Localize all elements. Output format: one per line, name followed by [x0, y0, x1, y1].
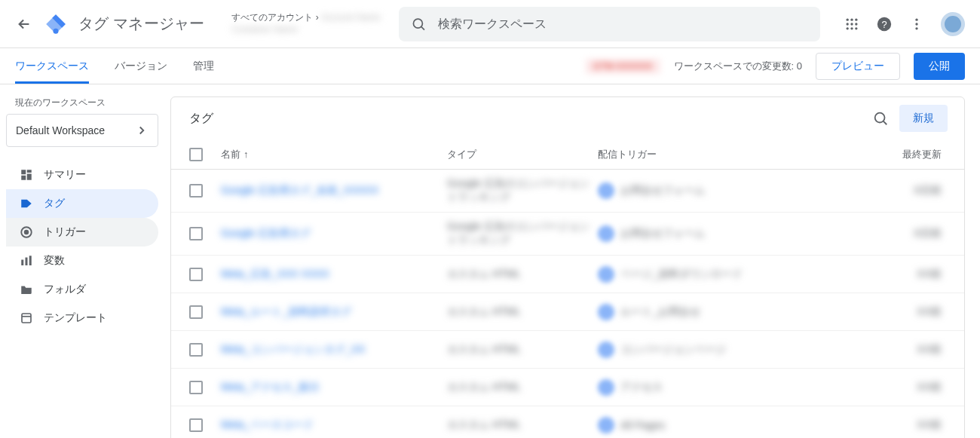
nav-folders[interactable]: フォルダ: [6, 275, 158, 304]
preview-button[interactable]: プレビュー: [816, 53, 900, 80]
svg-rect-20: [27, 174, 32, 180]
help-button[interactable]: ?: [876, 16, 893, 32]
svg-point-12: [855, 27, 857, 29]
svg-point-17: [915, 27, 917, 29]
arrow-left-icon: [16, 16, 32, 32]
row-checkbox[interactable]: [189, 343, 203, 357]
table-row[interactable]: Google 広告用タグ_名前_XXXXXGoogle 広告のコンバージョン ト…: [171, 170, 964, 213]
svg-text:?: ?: [881, 18, 887, 29]
nav-templates[interactable]: テンプレート: [6, 304, 158, 332]
breadcrumb-account: Account Name: [321, 12, 381, 23]
workspace-caption: 現在のワークスペース: [15, 96, 158, 109]
breadcrumb[interactable]: すべてのアカウント › Account Name Container Name: [231, 12, 380, 35]
row-checkbox[interactable]: [189, 227, 203, 240]
nav-label: テンプレート: [44, 311, 107, 325]
trigger-name: コンバージョンページ: [620, 343, 726, 357]
table-row[interactable]: Meta_広告_XXX XXXXカスタム HTMLページ_資料ダウンロードXX前: [171, 256, 964, 293]
tag-type: カスタム HTML: [447, 268, 521, 280]
dashboard-icon: [20, 168, 33, 182]
breadcrumb-prefix: すべてのアカウント ›: [231, 12, 318, 23]
row-checkbox[interactable]: [189, 268, 203, 281]
template-icon: [20, 311, 33, 325]
select-all-checkbox[interactable]: [189, 148, 203, 161]
publish-button[interactable]: 公開: [914, 53, 965, 80]
svg-point-28: [875, 113, 885, 123]
tab-admin[interactable]: 管理: [193, 48, 214, 84]
col-type-header[interactable]: タイプ: [447, 148, 598, 161]
table-row[interactable]: Google 広告用タグGoogle 広告のコンバージョン トラッキングお問合せ…: [171, 213, 964, 256]
svg-rect-21: [21, 176, 26, 180]
svg-rect-25: [26, 258, 28, 266]
row-checkbox[interactable]: [189, 418, 203, 432]
nav-label: タグ: [44, 197, 65, 210]
trigger-icon: [598, 266, 614, 283]
trigger-name: All Pages: [620, 419, 665, 431]
tag-name[interactable]: Google 広告用タグ_名前_XXXXX: [221, 184, 378, 196]
row-checkbox[interactable]: [189, 184, 203, 198]
tag-name[interactable]: Meta_ベースコード: [221, 418, 314, 430]
nav-triggers[interactable]: トリガー: [6, 218, 158, 247]
tag-icon: [20, 197, 33, 210]
tag-type: カスタム HTML: [447, 381, 521, 393]
tag-name[interactable]: Meta_コンバージョンタグ_XX: [221, 343, 365, 355]
more-button[interactable]: [909, 17, 924, 32]
trigger-name: ルート_お問合せ: [620, 305, 700, 319]
updated-date: XX前: [917, 305, 942, 317]
tag-type: カスタム HTML: [447, 343, 521, 355]
tab-version[interactable]: バージョン: [115, 48, 167, 84]
row-checkbox[interactable]: [189, 381, 203, 394]
search-box[interactable]: [399, 7, 820, 41]
trigger-icon: [20, 225, 33, 239]
workspace-selector[interactable]: Default Workspace: [6, 114, 158, 147]
tag-name[interactable]: Meta_ルート_資料請求タグ: [221, 305, 351, 317]
chevron-right-icon: [135, 124, 149, 137]
tag-name[interactable]: Meta_広告_XXX XXXX: [221, 268, 329, 280]
row-checkbox[interactable]: [189, 305, 203, 319]
svg-rect-19: [27, 170, 32, 173]
apps-button[interactable]: [844, 17, 859, 32]
table-row[interactable]: Meta_コンバージョンタグ_XXカスタム HTMLコンバージョンページXX前: [171, 331, 964, 369]
table-row[interactable]: Meta_ベースコードカスタム HTMLAll PagesXX前: [171, 406, 964, 438]
svg-point-5: [850, 18, 853, 20]
tag-name[interactable]: Google 広告用タグ: [221, 227, 311, 239]
col-trigger-header[interactable]: 配信トリガー: [598, 148, 847, 161]
tags-card: タグ 新規 名前↑ タイプ 配信トリガー 最終更新 Google 広告用タグ_名…: [170, 96, 965, 438]
trigger-name: お問合せフォーム: [620, 184, 705, 198]
col-name-header[interactable]: 名前↑: [221, 148, 447, 161]
nav-label: トリガー: [44, 225, 86, 239]
trigger-icon: [598, 304, 614, 320]
nav-summary[interactable]: サマリー: [6, 161, 158, 189]
svg-point-4: [847, 18, 849, 20]
col-updated-header[interactable]: 最終更新: [847, 148, 946, 161]
container-id-badge[interactable]: GTM-XXXXXX: [586, 59, 660, 74]
more-vert-icon: [909, 17, 924, 32]
svg-point-3: [413, 19, 422, 28]
back-button[interactable]: [15, 15, 33, 33]
nav-label: サマリー: [44, 168, 86, 182]
card-search-button[interactable]: [872, 110, 889, 127]
trigger-icon: [598, 342, 614, 358]
svg-point-10: [847, 27, 849, 29]
tab-workspace[interactable]: ワークスペース: [15, 48, 89, 84]
updated-date: XX前: [917, 418, 942, 430]
table-row[interactable]: Meta_アクセス_振分カスタム HTMLアクセスXX前: [171, 369, 964, 406]
breadcrumb-container: Container Name: [231, 24, 380, 36]
search-input[interactable]: [436, 17, 808, 32]
table-row[interactable]: Meta_ルート_資料請求タグカスタム HTMLルート_お問合せXX前: [171, 293, 964, 331]
new-tag-button[interactable]: 新規: [899, 105, 948, 132]
svg-point-16: [915, 23, 917, 25]
nav-variables[interactable]: 変数: [6, 247, 158, 275]
svg-point-6: [855, 18, 857, 20]
card-title: タグ: [189, 111, 213, 127]
svg-rect-26: [29, 256, 32, 265]
product-title: タグ マネージャー: [78, 14, 204, 34]
svg-rect-27: [22, 314, 31, 323]
tag-name[interactable]: Meta_アクセス_振分: [221, 381, 320, 393]
apps-icon: [844, 17, 859, 32]
top-bar: タグ マネージャー すべてのアカウント › Account Name Conta…: [0, 0, 980, 48]
updated-date: X日前: [914, 227, 942, 239]
account-avatar[interactable]: [941, 12, 965, 36]
updated-date: XX前: [917, 343, 942, 355]
nav-tags[interactable]: タグ: [6, 189, 158, 218]
trigger-icon: [598, 225, 614, 242]
